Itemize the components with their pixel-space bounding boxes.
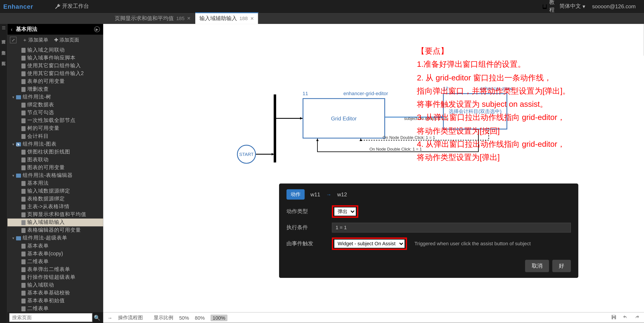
condition-input[interactable]	[332, 223, 571, 233]
add-menu-button[interactable]: ＋添加菜单	[22, 36, 48, 43]
tab-item[interactable]: 页脚显示求和值和平均值 185 ✕	[111, 13, 195, 24]
root-bar	[274, 94, 276, 163]
page-icon	[22, 189, 26, 194]
page-icon	[22, 291, 26, 296]
tree-item[interactable]: 增删改查	[8, 85, 103, 93]
node-grid-editor[interactable]: Grid Editor	[302, 98, 385, 138]
tree-label: 增删改查	[27, 86, 49, 93]
tree-item[interactable]: 基本表单初始值	[8, 297, 103, 305]
action-type-select[interactable]: 弹出	[334, 208, 356, 216]
tree-item[interactable]: 绑定数据表	[8, 101, 103, 109]
tree-item[interactable]: 图表的可用变量	[8, 164, 103, 172]
expand-icon[interactable]: ⤢	[10, 37, 16, 43]
save-icon[interactable]	[611, 314, 617, 321]
lang-select[interactable]: 简体中文 ▾	[560, 2, 586, 10]
tree-label: 会计科目	[27, 133, 49, 140]
tree-item[interactable]: 输入域之间联动	[8, 46, 103, 54]
tree-item[interactable]: 饼图柱状图折线图	[8, 148, 103, 156]
tree-label: 输入域之间联动	[27, 47, 65, 54]
note-line: 将动作类型设置为[按回]	[417, 124, 636, 138]
tree-item[interactable]: 树的可用变量	[8, 124, 103, 132]
tab-label: 页脚显示求和值和平均值	[115, 15, 174, 22]
tree-item[interactable]: 行操作按钮超级表单	[8, 273, 103, 281]
tree-item[interactable]: 表格编辑器的可用变量	[8, 226, 103, 234]
zoom-80[interactable]: 80%	[195, 315, 204, 321]
close-icon[interactable]: ✕	[187, 16, 191, 21]
tab-item-active[interactable]: 输入域辅助输入 188 ✕	[195, 12, 258, 24]
tree-item[interactable]: 表单弹出二维表单	[8, 266, 103, 273]
tree-item[interactable]: 基本用法	[8, 179, 103, 187]
tree-item[interactable]: 使用其它窗口组件输入2	[8, 70, 103, 77]
close-icon[interactable]: ✕	[250, 16, 254, 21]
tree-item[interactable]: 图表联动	[8, 156, 103, 164]
tree-item[interactable]: 一次性加载全部节点	[8, 117, 103, 124]
tree-label: 输入域辅助输入	[27, 219, 65, 226]
page-icon	[22, 165, 26, 170]
page-icon	[22, 118, 26, 123]
cancel-button[interactable]: 取消	[525, 260, 549, 272]
rail-tab-pages[interactable]: 页面管理	[1, 37, 6, 42]
tree-item[interactable]: 基本表单	[8, 242, 103, 250]
tree-label: 行操作按钮超级表单	[27, 274, 76, 281]
zoom-100[interactable]: 100%	[211, 315, 228, 321]
user-menu[interactable]: soooon@126.com	[590, 3, 636, 9]
tree-folder[interactable]: ▾组件用法-表格编辑器	[8, 172, 103, 179]
edge-label: On Node Double Click: 1 = 1	[370, 147, 422, 151]
tree-item[interactable]: 基本表单(copy)	[8, 250, 103, 258]
workbench-label: 开发工作台	[62, 2, 89, 10]
sidebar: ‹ 基本用法 ▶ ⤢ ＋添加菜单 ✚添加页面 输入域之间联动输入域事件响应脚本使…	[8, 24, 103, 323]
page-icon	[22, 275, 26, 280]
rail-tab-config[interactable]: 页面配置	[1, 58, 6, 64]
highlight-box: Widget - subject On Assist	[332, 238, 407, 250]
rail-tab-data[interactable]: 数据绑定	[1, 47, 6, 53]
tree-label: 基本用法	[27, 180, 49, 187]
tree-item[interactable]: 二维表单	[8, 258, 103, 266]
sidebar-actions: ⤢ ＋添加菜单 ✚添加页面	[8, 35, 103, 45]
tree-item[interactable]: 主表->从表格详情	[8, 203, 103, 211]
dialog-to: w12	[337, 191, 347, 198]
tree-label: 图表联动	[27, 156, 49, 163]
play-icon[interactable]: ▶	[94, 26, 100, 32]
search-input[interactable]	[9, 313, 92, 322]
tree-label: 表单的可用变量	[27, 78, 65, 85]
tree-item[interactable]: 基本表单基础校验	[8, 289, 103, 297]
tree-folder[interactable]: ▾组件用法-树	[8, 93, 103, 101]
add-page-button[interactable]: ✚添加页面	[54, 36, 80, 43]
undo-icon[interactable]	[622, 314, 628, 321]
tree-item[interactable]: 节点可勾选	[8, 109, 103, 117]
tree-folder[interactable]: ▾组件用法-超级表单	[8, 234, 103, 242]
tree-item[interactable]: 输入域辅助输入	[8, 219, 103, 226]
tree-item[interactable]: 表格数据源绑定	[8, 195, 103, 203]
page-icon	[22, 299, 26, 303]
tree-item[interactable]: 使用其它窗口组件输入	[8, 62, 103, 70]
tree-item[interactable]: 二维表单	[8, 305, 103, 312]
page-icon	[22, 197, 26, 202]
tree-item[interactable]: 页脚显示求和值和平均值	[8, 211, 103, 219]
search-icon[interactable]: 🔍	[92, 315, 102, 321]
page-icon	[22, 251, 26, 256]
page-icon	[22, 157, 26, 162]
start-node[interactable]: START	[237, 145, 256, 164]
ratio-label: 显示比例	[154, 314, 174, 321]
canvas[interactable]: START Grid Editor 11 enhancer-grid-edito…	[103, 24, 644, 323]
highlight-box: 弹出	[332, 205, 358, 218]
flow-label[interactable]: 操作流程图	[118, 314, 143, 321]
rail-collapse[interactable]	[1, 25, 6, 32]
tutorial-link[interactable]: 教程	[542, 0, 554, 14]
tree-item[interactable]: 输入域联动	[8, 281, 103, 289]
page-icon	[22, 204, 26, 209]
redo-icon[interactable]	[634, 314, 640, 321]
zoom-50[interactable]: 50%	[179, 315, 189, 321]
tree-item[interactable]: 输入域事件响应脚本	[8, 54, 103, 62]
ok-button[interactable]: 好	[552, 260, 571, 272]
workbench-link[interactable]: 开发工作台	[54, 2, 89, 10]
tree-item[interactable]: 表单的可用变量	[8, 77, 103, 85]
tree-folder[interactable]: ▾组件用法-图表	[8, 140, 103, 148]
page-icon	[22, 63, 26, 68]
tree-item[interactable]: 会计科目	[8, 132, 103, 140]
chevron-left-icon[interactable]: ‹	[11, 26, 12, 32]
page-icon	[22, 212, 26, 217]
trigger-select[interactable]: Widget - subject On Assist	[334, 240, 404, 248]
node-num: 11	[302, 91, 308, 96]
tree-item[interactable]: 输入域数据源绑定	[8, 187, 103, 195]
